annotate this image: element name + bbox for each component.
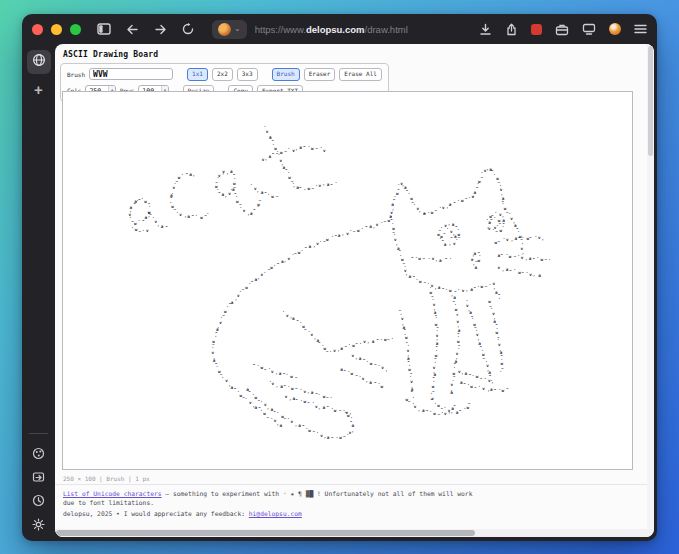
profile-avatar[interactable] <box>609 23 621 35</box>
svg-text:^: ^ <box>463 382 466 387</box>
svg-text:~: ~ <box>438 412 441 417</box>
new-tab-button[interactable]: + <box>34 82 43 97</box>
svg-text:~: ~ <box>326 349 329 354</box>
reload-icon[interactable] <box>182 23 194 35</box>
svg-text:': ' <box>536 256 539 261</box>
svg-text:': ' <box>548 258 551 263</box>
svg-text:w: w <box>326 237 329 242</box>
sidebar-toggle-icon[interactable] <box>97 23 111 35</box>
svg-text:,: , <box>313 243 316 248</box>
svg-text:w: w <box>334 408 337 413</box>
svg-text:v: v <box>442 205 445 210</box>
svg-text:': ' <box>458 288 461 293</box>
svg-text:': ' <box>273 264 276 269</box>
svg-text:': ' <box>514 268 517 273</box>
svg-text:^: ^ <box>494 388 497 393</box>
unicode-characters-link[interactable]: List of Unicode characters <box>63 490 162 497</box>
svg-text:a: a <box>359 356 362 361</box>
svg-text:': ' <box>249 282 252 287</box>
screen-icon[interactable] <box>582 23 596 35</box>
svg-text:a: a <box>369 224 372 229</box>
mode-eraser-button[interactable]: Eraser <box>304 68 336 81</box>
svg-text:w: w <box>135 227 138 232</box>
svg-text:': ' <box>335 181 338 186</box>
svg-text:v: v <box>346 231 349 236</box>
svg-text:': ' <box>499 370 502 375</box>
size-2x2-button[interactable]: 2x2 <box>212 68 233 81</box>
vertical-scrollbar-thumb[interactable] <box>648 46 653 156</box>
svg-text:': ' <box>287 147 290 152</box>
feedback-link[interactable]: hi@delopsu.com <box>249 510 302 517</box>
archive-icon[interactable] <box>555 23 569 36</box>
brush-label: Brush <box>67 71 85 78</box>
size-3x3-button[interactable]: 3x3 <box>237 68 258 81</box>
close-window-button[interactable] <box>32 24 43 35</box>
svg-text:a: a <box>311 390 314 395</box>
size-1x1-button[interactable]: 1x1 <box>187 68 208 81</box>
settings-gear-icon[interactable] <box>32 518 45 531</box>
svg-text:a: a <box>292 316 295 321</box>
devices-icon[interactable] <box>32 471 45 483</box>
adblock-extension-icon[interactable] <box>531 24 542 35</box>
svg-text:a: a <box>422 408 425 413</box>
svg-text:~: ~ <box>295 386 298 391</box>
menu-icon[interactable] <box>634 24 647 34</box>
traffic-lights <box>32 24 81 35</box>
svg-text:': ' <box>494 216 497 221</box>
erase-all-button[interactable]: Erase All <box>339 68 382 81</box>
svg-text:w: w <box>245 285 248 290</box>
credit-text: delopsu, 2025 • I would appreciate any f… <box>63 510 249 517</box>
svg-text:': ' <box>176 211 179 216</box>
svg-text:': ' <box>472 374 475 379</box>
back-icon[interactable] <box>126 24 139 35</box>
svg-text:,: , <box>224 193 227 198</box>
svg-text:^: ^ <box>442 287 445 292</box>
svg-text:~: ~ <box>408 399 411 404</box>
svg-text:~: ~ <box>480 175 483 180</box>
minimize-window-button[interactable] <box>51 24 62 35</box>
forward-icon[interactable] <box>154 24 167 35</box>
share-icon[interactable] <box>505 23 518 36</box>
svg-text:': ' <box>277 411 280 416</box>
svg-text:^: ^ <box>500 253 503 258</box>
svg-text:': ' <box>282 310 285 315</box>
mode-brush-button[interactable]: Brush <box>272 68 300 81</box>
drawing-canvas[interactable]: a^'w~'v,a^'w~'v,a^'w~'v,a^'w~'v,a^'w~'v,… <box>62 91 633 470</box>
svg-text:^: ^ <box>430 398 433 403</box>
download-icon[interactable] <box>479 23 492 36</box>
horizontal-scrollbar[interactable] <box>55 529 654 537</box>
history-icon[interactable] <box>32 494 45 507</box>
svg-text:~: ~ <box>383 219 386 224</box>
svg-text:,: , <box>295 422 298 427</box>
url-bar[interactable]: ⌄ https://www.delopsu.com/draw.html <box>212 20 479 39</box>
extensions-icon[interactable] <box>32 447 45 460</box>
svg-text:w: w <box>270 265 273 270</box>
svg-text:': ' <box>434 402 437 407</box>
active-tab[interactable] <box>27 50 51 74</box>
zoom-window-button[interactable] <box>70 24 81 35</box>
svg-text:,: , <box>385 367 388 372</box>
horizontal-scrollbar-thumb[interactable] <box>56 530 475 536</box>
svg-text:a: a <box>279 423 282 428</box>
svg-text:~: ~ <box>326 395 329 400</box>
svg-text:w: w <box>478 258 481 263</box>
svg-text:': ' <box>300 399 303 404</box>
svg-text:w: w <box>541 257 544 262</box>
svg-text:': ' <box>303 188 306 193</box>
svg-text:': ' <box>138 219 141 224</box>
brush-chars-input[interactable] <box>89 68 173 80</box>
site-permissions-pill[interactable]: ⌄ <box>212 20 247 39</box>
svg-text:w: w <box>418 256 421 261</box>
svg-text:~: ~ <box>339 408 342 413</box>
svg-text:': ' <box>239 206 242 211</box>
svg-text:': ' <box>129 216 132 221</box>
titlebar: ⌄ https://www.delopsu.com/draw.html <box>22 14 657 44</box>
svg-text:a: a <box>298 423 301 428</box>
svg-text:': ' <box>378 364 381 369</box>
url-text[interactable]: https://www.delopsu.com/draw.html <box>255 24 408 35</box>
svg-text:~: ~ <box>353 229 356 234</box>
svg-text:a: a <box>408 274 411 279</box>
svg-text:~: ~ <box>344 410 347 415</box>
vertical-scrollbar[interactable] <box>647 44 654 529</box>
svg-text:': ' <box>435 316 438 321</box>
